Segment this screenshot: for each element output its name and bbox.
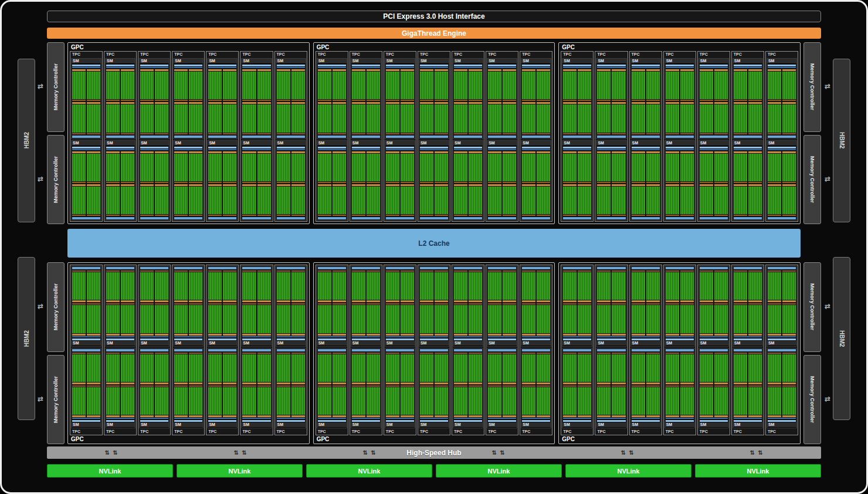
load-store-bar [563,215,577,216]
cuda-core-array [352,187,365,214]
core-grid [208,69,237,135]
core-grid [385,151,415,217]
sm-block: SM [71,140,101,221]
l1-instruction-cache-bar [208,420,236,422]
register-file-bar [72,151,86,153]
processing-block [208,270,222,302]
processing-block [503,69,516,101]
texture-l1-bar [488,136,516,138]
register-file-bar [612,184,625,186]
core-grid [487,69,517,135]
register-file-bar [140,184,154,186]
load-store-bar [597,215,611,216]
hbm2-label: HBM2 [23,132,30,148]
register-file-bar [257,383,271,384]
warp-scheduler-bar [768,67,796,68]
l1-instruction-cache-bar [420,339,448,340]
processing-block [420,353,433,384]
cuda-core-array [189,387,202,415]
load-store-bar [208,100,222,101]
processing-block [734,184,747,216]
processing-block [503,385,516,417]
sm-block: SM [699,348,729,429]
processing-block [386,385,399,417]
cuda-core-array [646,104,660,132]
processing-block [597,385,611,417]
cuda-core-array [522,354,535,382]
processing-block [420,69,433,101]
sm-block: SM [351,140,381,221]
processing-block [367,102,380,134]
cuda-core-array [291,354,305,382]
gpc-block: GPCTPCSMSMTPCSMSMTPCSMSMTPCSMSMTPCSMSMTP… [558,42,801,224]
warp-scheduler-bar [734,67,762,68]
load-store-bar [223,100,236,101]
tpc-label: TPC [419,52,449,57]
load-store-bar [488,215,501,216]
warp-scheduler-bar [174,418,202,419]
load-store-bar [367,133,380,134]
texture-l1-bar [386,136,414,138]
hbm2-block: HBM2 [18,59,35,222]
register-file-bar [782,383,796,384]
load-store-bar [106,303,120,304]
texture-l1-bar [768,267,796,269]
load-store-bar [503,182,516,183]
processing-block [680,385,694,417]
processing-block [401,151,414,183]
load-store-bar [87,270,100,272]
load-store-bar [578,270,591,272]
register-file-bar [257,151,271,153]
processing-block [768,69,781,101]
sm-block: SM [630,140,661,221]
register-file-bar [223,151,236,153]
l1-instruction-cache-bar [386,339,414,340]
tpc-label: TPC [105,429,135,434]
tpc-label: TPC [487,429,517,434]
texture-l1-bar [242,136,270,138]
load-store-bar [522,215,535,216]
cuda-core-array [174,72,188,99]
load-store-bar [223,182,236,183]
processing-block [223,151,236,183]
processing-block [140,303,154,335]
nvlink-block: NVLink [436,464,562,478]
tpc-block: TPCSMSM [274,265,307,435]
load-store-bar [318,385,331,387]
register-file-bar [435,102,448,104]
cuda-core-array [257,72,271,99]
cuda-core-array [597,354,611,382]
tpc-block: TPCSMSM [697,265,730,435]
load-store-bar [700,303,713,304]
processing-block [223,270,236,302]
load-store-bar [748,270,762,272]
warp-scheduler-bar [242,418,270,419]
load-store-bar [435,100,448,101]
register-file-bar [367,300,380,302]
processing-block [223,69,236,101]
register-file-bar [522,415,535,417]
texture-l1-bar [597,349,625,351]
core-grid [174,69,203,135]
tpc-block: TPCSMSM [418,51,450,222]
load-store-bar [700,182,713,183]
cuda-core-array [121,272,134,300]
register-file-bar [632,300,645,302]
sm-label: SM [487,422,517,428]
warp-scheduler-bar [666,67,694,68]
l1-instruction-cache-bar [72,420,100,422]
load-store-bar [612,100,625,101]
sm-block: SM [699,58,729,139]
sm-block: SM [521,140,551,221]
load-store-bar [333,303,346,304]
cuda-core-array [223,154,236,181]
register-file-bar [734,102,747,104]
cuda-core-array [782,104,796,132]
tpc-block: TPCSMSM [316,265,348,435]
register-file-bar [121,184,134,186]
cuda-core-array [488,187,501,214]
warp-scheduler-bar [420,418,448,419]
l1-instruction-cache-bar [563,65,591,66]
sm-label: SM [208,59,237,64]
tpc-block: TPCSMSM [172,51,205,222]
